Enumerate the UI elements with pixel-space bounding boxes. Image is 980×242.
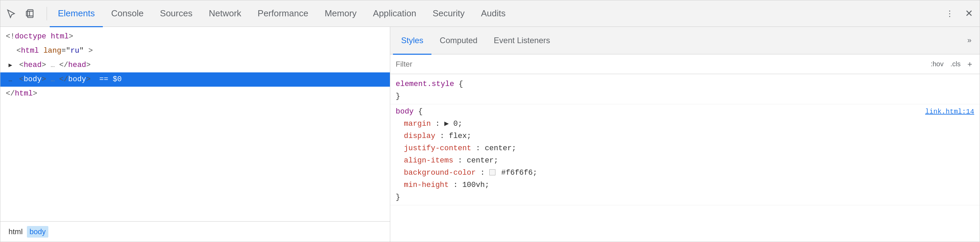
breadcrumb-html[interactable]: html <box>6 226 25 237</box>
styles-content: element.style { } body { link.html:14 <box>390 74 980 242</box>
arrow-body: … <box>8 73 14 86</box>
filter-input[interactable] <box>396 60 929 69</box>
devtools-window: Elements Console Sources Network Perform… <box>0 0 980 242</box>
toolbar-divider <box>47 7 47 21</box>
close-devtools-button[interactable]: ✕ <box>961 5 977 22</box>
filter-cls-button[interactable]: .cls <box>948 59 963 70</box>
html-close-line: </html> <box>0 87 390 101</box>
breadcrumb-bar: html body <box>0 221 390 242</box>
css-prop-justify-content[interactable]: justify-content : center; <box>396 142 974 155</box>
css-close-brace-2: } <box>396 191 974 204</box>
filter-hov-button[interactable]: :hov <box>929 59 946 70</box>
device-toggle-button[interactable] <box>22 5 38 22</box>
elements-tree: <!doctype html> <html lang="ru" > ▶ <hea… <box>0 27 390 221</box>
tab-application[interactable]: Application <box>365 1 424 27</box>
breadcrumb-body[interactable]: body <box>27 226 49 237</box>
tab-performance[interactable]: Performance <box>250 1 317 27</box>
tab-sources[interactable]: Sources <box>152 1 200 27</box>
tab-styles[interactable]: Styles <box>393 27 431 55</box>
styles-panel: Styles Computed Event Listeners » :hov .… <box>390 27 980 242</box>
tab-network[interactable]: Network <box>200 1 249 27</box>
html-open-line[interactable]: <html lang="ru" > <box>0 44 390 58</box>
more-options-button[interactable]: ⋮ <box>942 5 958 22</box>
color-swatch[interactable] <box>489 169 495 176</box>
css-close-brace-1: } <box>396 90 974 103</box>
tab-memory[interactable]: Memory <box>317 1 365 27</box>
tab-security[interactable]: Security <box>425 1 473 27</box>
toolbar-icons <box>3 5 38 22</box>
tab-event-listeners[interactable]: Event Listeners <box>485 27 558 55</box>
tab-console[interactable]: Console <box>103 1 151 27</box>
tab-bar: Elements Console Sources Network Perform… <box>0 0 980 27</box>
styles-expand-button[interactable]: » <box>962 33 977 47</box>
css-prop-margin[interactable]: margin : ▶ 0; <box>396 118 974 130</box>
body-dom-ref: == $0 <box>99 75 122 84</box>
head-line[interactable]: ▶ <head> … </head> <box>0 58 390 73</box>
tab-bar-end: ⋮ ✕ <box>942 5 977 22</box>
css-prop-background-color[interactable]: background-color : #f6f6f6; <box>396 167 974 179</box>
inspect-element-button[interactable] <box>3 5 19 22</box>
tab-elements[interactable]: Elements <box>50 1 103 27</box>
filter-plus-button[interactable]: + <box>966 58 974 70</box>
tab-computed[interactable]: Computed <box>431 27 485 55</box>
css-rule-element-style: element.style { } <box>390 77 980 104</box>
body-line[interactable]: … <body> … </body> == $0 <box>0 73 390 87</box>
css-rule-body: body { link.html:14 margin : ▶ 0; displa… <box>390 104 980 205</box>
filter-bar: :hov .cls + <box>390 54 980 74</box>
css-prop-display[interactable]: display : flex; <box>396 130 974 142</box>
tab-audits[interactable]: Audits <box>473 1 514 27</box>
css-prop-align-items[interactable]: align-items : center; <box>396 155 974 167</box>
styles-tab-bar: Styles Computed Event Listeners » <box>390 27 980 54</box>
arrow-head: ▶ <box>8 59 14 72</box>
css-source-link[interactable]: link.html:14 <box>925 106 974 118</box>
css-body-header: body { link.html:14 <box>396 106 974 118</box>
css-prop-min-height[interactable]: min-height : 100vh; <box>396 179 974 191</box>
doctype-line: <!doctype html> <box>0 30 390 44</box>
elements-panel: <!doctype html> <html lang="ru" > ▶ <hea… <box>0 27 390 242</box>
css-selector-element-style: element.style { <box>396 78 974 90</box>
main-area: <!doctype html> <html lang="ru" > ▶ <hea… <box>0 27 980 242</box>
